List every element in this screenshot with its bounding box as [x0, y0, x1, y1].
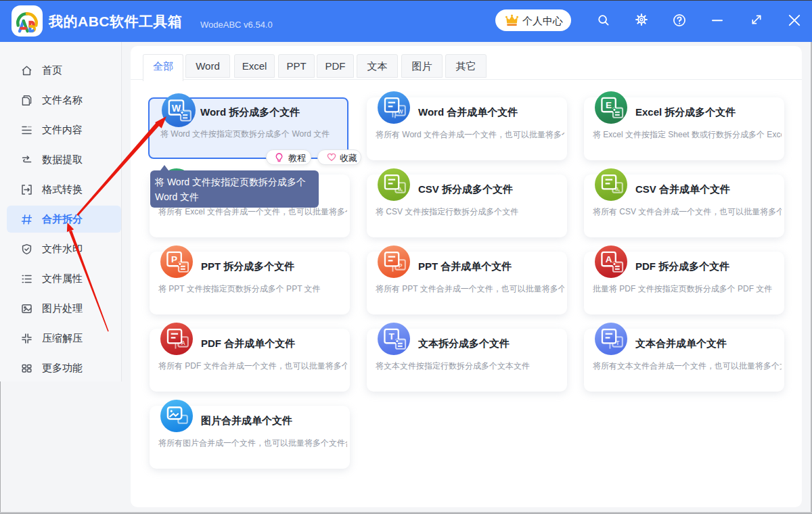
svg-text:T: T — [388, 331, 394, 342]
svg-text:A: A — [606, 254, 612, 264]
svg-text:P: P — [171, 254, 177, 264]
svg-text:W: W — [172, 103, 181, 114]
svg-text:E: E — [606, 100, 612, 110]
